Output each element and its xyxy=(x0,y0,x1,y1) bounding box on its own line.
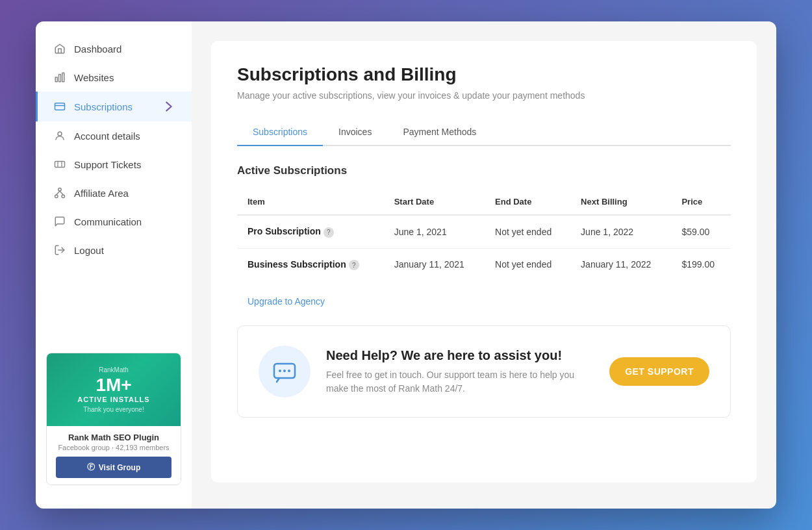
svg-point-16 xyxy=(279,370,281,372)
sidebar-item-label: Support Tickets xyxy=(74,159,141,170)
sidebar-promo-card: RankMath 1M+ ACTIVE INSTALLS Thank you e… xyxy=(46,353,181,485)
table-header-next-billing: Next Billing xyxy=(570,189,671,215)
sidebar-item-label: Account details xyxy=(74,131,140,142)
table-header-start-date: Start Date xyxy=(384,189,485,215)
card-tagline: Thank you everyone! xyxy=(83,406,144,413)
chart-icon xyxy=(53,71,66,84)
active-subscriptions-title: Active Subscriptions xyxy=(237,164,731,177)
table-header-end-date: End Date xyxy=(485,189,570,215)
svg-line-12 xyxy=(57,191,60,195)
cell-start-date: June 1, 2021 xyxy=(384,215,485,248)
help-description: Feel free to get in touch. Our support t… xyxy=(326,368,594,396)
get-support-button[interactable]: GET SUPPORT xyxy=(609,357,709,386)
card-count-label: ACTIVE INSTALLS xyxy=(77,396,149,403)
content-panel: Subscriptions and Billing Manage your ac… xyxy=(211,41,757,483)
table-header-price: Price xyxy=(671,189,731,215)
subscription-name: Business Subscription xyxy=(247,259,346,270)
card-banner: RankMath 1M+ ACTIVE INSTALLS Thank you e… xyxy=(47,353,181,426)
group-info: Facebook group · 42,193 members xyxy=(56,444,171,451)
cell-price: $199.00 xyxy=(671,248,731,281)
cell-start-date: January 11, 2021 xyxy=(384,248,485,281)
help-tooltip-icon[interactable]: ? xyxy=(324,227,334,238)
sidebar-item-label: Subscriptions xyxy=(74,101,133,112)
svg-rect-1 xyxy=(59,75,61,82)
cell-price: $59.00 xyxy=(671,215,731,248)
cell-end-date: Not yet ended xyxy=(485,248,570,281)
cell-item: Business Subscription? xyxy=(237,248,384,281)
subscription-name: Pro Subscription xyxy=(247,226,321,236)
sidebar: DashboardWebsitesSubscriptionsAccount de… xyxy=(36,21,192,509)
help-text: Need Help? We are here to assist you! Fe… xyxy=(326,348,594,396)
sidebar-item-support[interactable]: Support Tickets xyxy=(36,150,192,179)
visit-group-label: Visit Group xyxy=(99,463,140,472)
sidebar-item-label: Websites xyxy=(74,72,114,83)
cell-next-billing: January 11, 2022 xyxy=(570,248,671,281)
help-card: Need Help? We are here to assist you! Fe… xyxy=(237,325,731,418)
chat-bubble-icon xyxy=(272,359,298,385)
tabs-bar: SubscriptionsInvoicesPayment Methods xyxy=(237,119,731,146)
sidebar-nav: DashboardWebsitesSubscriptionsAccount de… xyxy=(36,34,192,342)
table-body: Pro Subscription?June 1, 2021Not yet end… xyxy=(237,215,731,281)
page-title: Subscriptions and Billing xyxy=(237,64,731,85)
card-info: Rank Math SEO Plugin Facebook group · 42… xyxy=(47,426,181,485)
card-count: 1M+ xyxy=(95,376,131,394)
upgrade-to-agency-link[interactable]: Upgrade to Agency xyxy=(247,296,325,307)
card-icon xyxy=(53,100,66,113)
sidebar-item-label: Affiliate Area xyxy=(74,188,129,199)
table-header: ItemStart DateEnd DateNext BillingPrice xyxy=(237,189,731,215)
sidebar-item-account[interactable]: Account details xyxy=(36,121,192,150)
ticket-icon xyxy=(53,158,66,171)
svg-point-17 xyxy=(283,370,286,372)
sidebar-item-logout[interactable]: Logout xyxy=(36,236,192,264)
nav-arrow-icon xyxy=(162,99,176,114)
sidebar-item-label: Dashboard xyxy=(74,44,121,55)
chat-icon xyxy=(53,215,66,228)
subscriptions-table: ItemStart DateEnd DateNext BillingPrice … xyxy=(237,189,731,281)
svg-point-5 xyxy=(58,132,62,136)
sidebar-item-affiliate[interactable]: Affiliate Area xyxy=(36,179,192,207)
svg-line-13 xyxy=(60,191,63,195)
tab-payment_methods[interactable]: Payment Methods xyxy=(387,119,492,146)
sidebar-item-websites[interactable]: Websites xyxy=(36,63,192,92)
logout-icon xyxy=(53,244,66,257)
active-subscriptions-section: Active Subscriptions ItemStart DateEnd D… xyxy=(237,164,731,307)
house-icon xyxy=(53,42,66,55)
affiliate-icon xyxy=(53,186,66,199)
sidebar-item-dashboard[interactable]: Dashboard xyxy=(36,34,192,63)
svg-rect-6 xyxy=(55,162,65,168)
sidebar-item-communication[interactable]: Communication xyxy=(36,207,192,236)
sidebar-item-label: Logout xyxy=(74,245,104,256)
page-subtitle: Manage your active subscriptions, view y… xyxy=(237,90,731,101)
svg-rect-3 xyxy=(55,103,65,110)
help-icon-circle xyxy=(259,346,311,398)
sidebar-item-subscriptions[interactable]: Subscriptions xyxy=(36,92,192,121)
cell-end-date: Not yet ended xyxy=(485,215,570,248)
table-row: Pro Subscription?June 1, 2021Not yet end… xyxy=(237,215,731,248)
table-header-item: Item xyxy=(237,189,384,215)
svg-point-18 xyxy=(288,370,290,372)
table-row: Business Subscription?January 11, 2021No… xyxy=(237,248,731,281)
main-content: Subscriptions and Billing Manage your ac… xyxy=(192,21,776,509)
tab-subscriptions[interactable]: Subscriptions xyxy=(237,119,323,146)
plugin-name: Rank Math SEO Plugin xyxy=(56,433,171,442)
person-icon xyxy=(53,129,66,142)
facebook-icon: Ⓕ xyxy=(87,462,95,473)
card-logo-text: RankMath xyxy=(99,366,129,373)
tab-invoices[interactable]: Invoices xyxy=(323,119,387,146)
help-tooltip-icon[interactable]: ? xyxy=(349,260,359,270)
svg-rect-2 xyxy=(62,73,64,82)
cell-item: Pro Subscription? xyxy=(237,215,384,248)
help-title: Need Help? We are here to assist you! xyxy=(326,348,594,363)
cell-next-billing: June 1, 2022 xyxy=(570,215,671,248)
sidebar-item-label: Communication xyxy=(74,216,142,227)
svg-rect-0 xyxy=(55,77,57,82)
visit-group-button[interactable]: Ⓕ Visit Group xyxy=(56,457,171,478)
